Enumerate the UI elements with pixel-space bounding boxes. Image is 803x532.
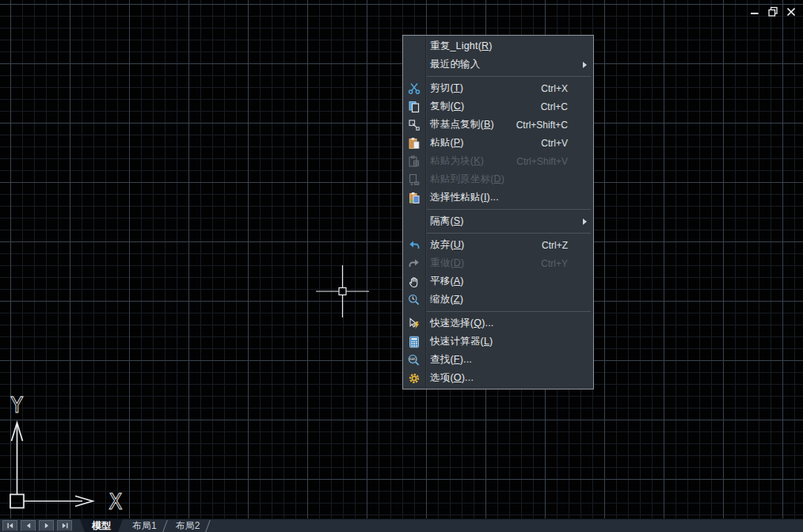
menu-item-repeat-light[interactable]: 重复_Light(R) — [403, 37, 593, 55]
nav-last-button[interactable] — [57, 520, 72, 531]
close-button[interactable] — [784, 6, 798, 18]
menu-item-isolate[interactable]: 隔离(S) — [403, 212, 593, 230]
nav-last-icon — [61, 522, 69, 530]
menu-item-paste[interactable]: 粘贴(P)Ctrl+V — [403, 134, 593, 152]
minimize-button[interactable] — [748, 6, 762, 18]
close-icon — [786, 6, 797, 17]
menu-item-label: 粘贴为块(K) — [430, 154, 484, 168]
submenu-arrow-icon — [583, 62, 587, 68]
menu-item-label: 快速计算器(L) — [430, 335, 493, 348]
paste-original-coords-icon — [403, 173, 425, 186]
menu-separator — [427, 76, 591, 77]
copy-icon — [403, 101, 425, 113]
paste-as-block-icon — [403, 155, 425, 168]
window-controls — [748, 6, 798, 18]
menu-item-label: 选择性粘贴(I)... — [430, 191, 499, 204]
svg-text:ABC: ABC — [409, 357, 416, 361]
menu-separator — [427, 311, 591, 312]
pan-icon — [403, 276, 425, 288]
menu-item-label: 剪切(T) — [430, 82, 463, 95]
redo-icon — [403, 257, 425, 270]
menu-item-label: 查找(F)... — [430, 353, 472, 367]
menu-item-undo[interactable]: 放弃(U)Ctrl+Z — [403, 236, 593, 254]
menu-item-label: 粘贴到原坐标(D) — [430, 173, 504, 186]
nav-previous-button[interactable] — [21, 520, 36, 531]
menu-item-label: 带基点复制(B) — [430, 118, 494, 131]
copy-base-point-icon — [403, 119, 425, 131]
tab-layout1[interactable]: 布局1 — [123, 519, 166, 532]
menu-item-shortcut: Ctrl+V — [541, 138, 568, 149]
quick-select-icon — [403, 317, 425, 330]
menu-item-shortcut: Ctrl+Shift+V — [516, 156, 568, 167]
menu-item-zoom[interactable]: 缩放(Z) — [403, 291, 593, 309]
layout-tabs: 模型布局1布局2 — [80, 519, 209, 532]
menu-item-label: 放弃(U) — [430, 238, 464, 252]
menu-item-copy-with-base-point[interactable]: 带基点复制(B)Ctrl+Shift+C — [403, 116, 593, 134]
menu-item-shortcut: Ctrl+Y — [541, 258, 568, 269]
find-icon: ABC — [403, 354, 425, 367]
submenu-arrow-icon — [583, 218, 587, 225]
scissors-icon — [403, 82, 425, 95]
menu-item-shortcut: Ctrl+C — [541, 101, 568, 112]
tab-label: 布局2 — [176, 520, 200, 531]
minimize-icon — [749, 6, 760, 17]
menu-item-shortcut: Ctrl+X — [541, 83, 568, 94]
nav-first-icon — [6, 522, 14, 530]
undo-icon — [403, 239, 425, 252]
tab-edge — [206, 520, 211, 532]
tab-layout2[interactable]: 布局2 — [166, 519, 210, 532]
paste-special-icon — [403, 192, 425, 204]
nav-previous-icon — [25, 522, 32, 530]
menu-item-pan[interactable]: 平移(A) — [403, 272, 593, 291]
menu-item-quick-select[interactable]: 快速选择(Q)... — [403, 314, 593, 332]
crosshair-cursor — [316, 265, 369, 317]
menu-item-label: 快速选择(Q)... — [430, 317, 494, 330]
menu-item-label: 平移(A) — [430, 275, 464, 288]
context-menu: 重复_Light(R)最近的输入剪切(T)Ctrl+X复制(C)Ctrl+C带基… — [402, 35, 594, 390]
menu-separator — [427, 233, 591, 234]
menu-item-paste-as-block: 粘贴为块(K)Ctrl+Shift+V — [403, 152, 593, 170]
menu-item-options[interactable]: 选项(O)... — [403, 369, 593, 387]
paste-icon — [403, 137, 425, 150]
menu-item-label: 缩放(Z) — [430, 293, 463, 306]
ucs-y-label: Y — [10, 393, 23, 417]
menu-item-label: 隔离(S) — [430, 215, 464, 228]
menu-item-shortcut: Ctrl+Z — [542, 240, 568, 251]
menu-item-paste-to-original-coordinates: 粘贴到原坐标(D) — [403, 170, 593, 188]
ucs-x-label: X — [109, 489, 122, 514]
menu-item-label: 选项(O)... — [430, 371, 474, 385]
menu-item-find[interactable]: ABC查找(F)... — [403, 351, 593, 369]
drawing-area[interactable]: Y X — [0, 0, 803, 519]
menu-item-redo: 重做(D)Ctrl+Y — [403, 254, 593, 272]
menu-item-label: 最近的输入 — [430, 58, 481, 71]
layout-tab-bar: 模型布局1布局2 — [0, 519, 803, 532]
nav-next-icon — [43, 522, 51, 530]
menu-item-label: 重复_Light(R) — [430, 40, 493, 53]
menu-item-recent-input[interactable]: 最近的输入 — [403, 55, 593, 74]
menu-item-label: 粘贴(P) — [430, 136, 464, 150]
quick-calculator-icon — [403, 336, 425, 348]
tab-label: 模型 — [92, 520, 111, 531]
restore-icon — [767, 6, 778, 17]
menu-item-shortcut: Ctrl+Shift+C — [516, 120, 568, 131]
nav-first-button[interactable] — [2, 520, 17, 531]
ucs-axes-icon: Y X — [0, 384, 139, 519]
zoom-icon — [403, 294, 425, 306]
tab-label: 布局1 — [132, 520, 157, 531]
menu-item-paste-special[interactable]: 选择性粘贴(I)... — [403, 188, 593, 207]
menu-item-label: 重做(D) — [430, 256, 464, 270]
menu-item-label: 复制(C) — [430, 100, 464, 113]
restore-button[interactable] — [766, 6, 780, 18]
options-icon — [403, 372, 425, 385]
tab-nav-buttons — [0, 520, 72, 531]
menu-item-copy[interactable]: 复制(C)Ctrl+C — [403, 97, 593, 116]
menu-separator — [427, 209, 591, 210]
menu-item-quick-calculator[interactable]: 快速计算器(L) — [403, 332, 593, 351]
menu-item-cut[interactable]: 剪切(T)Ctrl+X — [403, 79, 593, 97]
nav-next-button[interactable] — [39, 520, 54, 531]
tab-model[interactable]: 模型 — [80, 519, 123, 532]
